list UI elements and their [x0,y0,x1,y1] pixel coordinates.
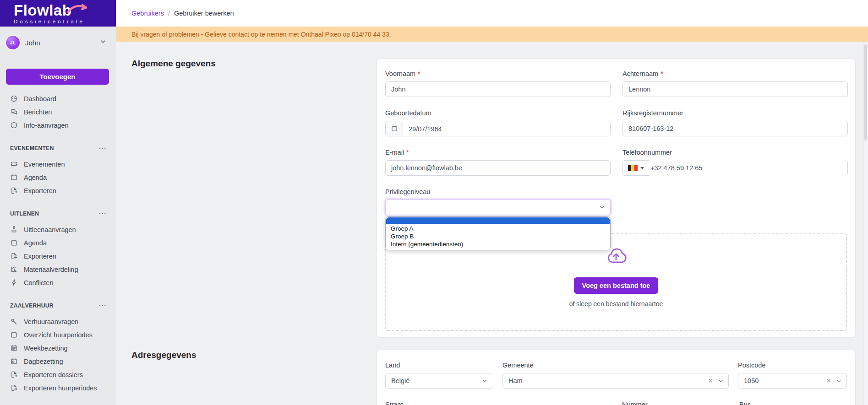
rijksregisternummer-label: Rijksregisternummer [622,109,683,117]
gemeente-input[interactable] [503,373,704,388]
messages-icon [10,108,18,116]
user-menu[interactable]: JL John [0,27,116,59]
sidebar-item-verhuuraanvragen[interactable]: Verhuuraanvragen [0,315,116,328]
land-select[interactable]: België [385,373,493,389]
sidebar-item-overzicht-huurperiodes[interactable]: Overzicht huurperiodes [0,328,116,341]
rijksregisternummer-input[interactable] [622,121,848,136]
sidebar-item-exporteren[interactable]: Exporteren [0,184,116,197]
postcode-label: Postcode [738,362,765,369]
scrollbar-thumb[interactable] [864,44,867,140]
country-flag-selector[interactable] [623,165,648,171]
scrollbar-track[interactable] [863,42,868,405]
sidebar-item-label: Overzicht huurperiodes [24,331,93,339]
gemeente-combobox[interactable]: ✕ [502,373,729,389]
section-header-label: EVENEMENTEN [10,145,54,151]
main-area: Gebruikers / Gebruiker bewerken Bij vrag… [116,0,868,405]
sidebar-section-evenementen: EVENEMENTEN··· [0,141,116,155]
sidebar-item-berichten[interactable]: Berichten [0,105,116,119]
sidebar-item-weekbezetting[interactable]: Weekbezetting [0,341,116,355]
gemeente-label: Gemeente [502,362,534,369]
section-menu-dots[interactable]: ··· [99,145,107,152]
sidebar-item-agenda[interactable]: Agenda [0,236,116,249]
sidebar-item-materiaalverdeling[interactable]: Materiaalverdeling [0,263,116,276]
sidebar-item-agenda[interactable]: Agenda [0,171,116,184]
achternaam-input[interactable] [622,81,848,97]
voornaam-input[interactable] [385,81,611,97]
sidebar-item-label: Exporteren [24,253,56,260]
field-telefoonnummer: Telefoonnummer [622,148,848,176]
breadcrumb-current: Gebruiker bewerken [174,10,234,17]
calendar-icon[interactable] [386,121,403,136]
dropzone-hint: of sleep een bestand hiernaartoe [386,300,846,308]
sidebar-item-label: Materiaalverdeling [24,266,78,273]
sidebar-item-exporteren-huurperiodes[interactable]: Exporteren huurperiodes [0,381,116,394]
sidebar-item-label: Dashboard [24,95,56,103]
sidebar-section-zaalverhuur: ZAALVERHUUR··· [0,299,116,312]
section-menu-dots[interactable]: ··· [99,302,107,309]
section-menu-dots[interactable]: ··· [99,210,107,217]
nummer-label: Nummer [622,401,648,405]
required-mark: * [406,149,409,156]
privilege-option[interactable]: Groep A [386,225,610,232]
sidebar-item-info-aanvragen[interactable]: Info-aanvragen [0,119,116,132]
brand-swoosh-arrow-icon [67,3,89,16]
achternaam-label: Achternaam [622,70,658,77]
sidebar-item-evenementen[interactable]: Evenementen [0,157,116,171]
telefoonnummer-input[interactable] [648,160,847,176]
geboortedatum-input[interactable] [403,121,610,136]
breadcrumb-link-gebruikers[interactable]: Gebruikers [131,10,164,17]
sidebar-item-uitleenaanvragen[interactable]: Uitleenaanvragen [0,223,116,236]
ticket-icon [10,160,18,168]
sidebar-item-dashboard[interactable]: Dashboard [0,92,116,105]
postcode-combobox[interactable]: ✕ [738,373,847,389]
field-land: Land België [385,361,493,389]
clear-icon[interactable]: ✕ [708,378,713,384]
sidebar-item-label: Weekbezetting [24,345,68,352]
belgium-flag-icon [628,165,638,171]
privilege-option[interactable]: Groep B [386,232,610,240]
sidebar-item-exporteren[interactable]: Exporteren [0,249,116,263]
straat-label: Straat [385,401,403,405]
brand-subtitle: Dossiercentrale [14,19,116,24]
sidebar-item-exporteren-dossiers[interactable]: Exporteren dossiers [0,368,116,381]
postcode-input[interactable] [738,373,822,388]
avatar: JL [6,36,20,49]
sidebar-section-uitlenen: UITLENEN··· [0,207,116,220]
export-icon [10,187,18,194]
chevron-down-icon [836,378,842,384]
privilegeniveau-label: Privilegeniveau [385,188,430,195]
privilege-option-empty-selected[interactable] [386,217,610,224]
breadcrumb-separator: / [168,10,170,17]
sidebar-item-label: Agenda [24,174,47,181]
calendar-icon [10,331,18,339]
privilege-option[interactable]: Intern (gemeentediensten) [386,240,610,248]
email-input[interactable] [385,160,611,176]
field-privilegeniveau: Privilegeniveau Groep A Groep B Intern (… [385,188,611,215]
sidebar-item-conflicten[interactable]: Conflicten [0,276,116,289]
section-header-label: ZAALVERHUUR [10,302,54,309]
sidebar-item-label: Verhuuraanvragen [24,318,78,325]
chevron-down-icon [99,38,107,47]
clear-icon[interactable]: ✕ [826,378,831,384]
sidebar-nav: DashboardBerichtenInfo-aanvragenEVENEMEN… [0,85,116,394]
required-mark: * [661,70,663,77]
add-button[interactable]: Toevoegen [6,69,109,85]
general-card: Voornaam* Achternaam* Geboortedatum [377,58,856,338]
sidebar-item-label: Uitleenaanvragen [24,226,76,233]
sidebar-item-label: Exporteren huurperiodes [24,384,97,392]
export-icon [10,371,18,378]
calendar-icon [10,239,18,247]
privilegeniveau-select[interactable] [385,200,611,215]
calendar-week-icon [10,344,18,352]
loan-icon [10,226,18,233]
caret-down-icon [640,167,644,169]
user-name: John [25,39,40,47]
required-mark: * [418,70,420,77]
sidebar-item-dagbezetting[interactable]: Dagbezetting [0,355,116,368]
calendar-day-icon [10,357,18,365]
section-heading-general: Algemene gegevens [131,59,216,69]
field-gemeente: Gemeente ✕ [502,361,729,389]
calendar-icon [10,173,18,181]
add-file-button[interactable]: Voeg een bestand toe [574,277,659,294]
sidebar: Flowlab Dossiercentrale JL John Toevoege… [0,0,116,405]
